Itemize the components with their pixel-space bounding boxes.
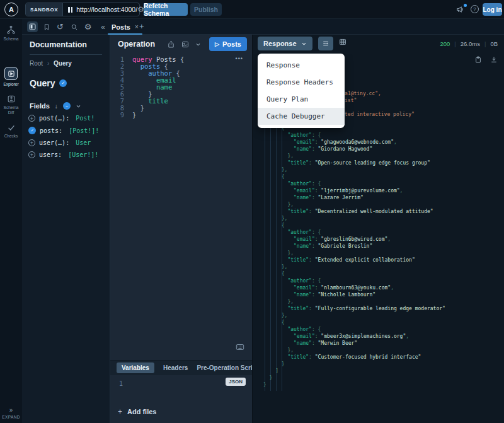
add-field-icon[interactable]: + [28, 115, 35, 122]
json-line: "author": { [253, 326, 504, 333]
add-field-icon[interactable]: + [28, 151, 35, 158]
sandbox-badge: SANDBOX [26, 3, 63, 16]
json-line: }, [253, 166, 504, 173]
json-line: } [253, 361, 504, 368]
json-line: }, [253, 250, 504, 257]
sidebar-item-schema[interactable]: Schema [0, 25, 22, 42]
sort-arrow-icon[interactable]: ↓ [55, 103, 58, 110]
expand-sidebar-button[interactable]: » EXPAND [0, 407, 22, 419]
code-line: 9} [110, 112, 252, 119]
dropdown-item-cache-debugger[interactable]: Cache Debugger [258, 108, 345, 125]
json-line: } [253, 381, 504, 388]
bottom-tab-headers[interactable]: Headers [163, 364, 188, 371]
table-view-icon[interactable] [338, 38, 347, 46]
json-line: }, [253, 298, 504, 305]
json-line: "name": "Giordano Hagwood" [253, 146, 504, 153]
json-line: "author": { [253, 132, 504, 139]
copy-response-icon[interactable] [474, 55, 482, 64]
announcements-icon[interactable] [455, 5, 464, 14]
variables-editor[interactable]: 1 JSON [110, 375, 252, 400]
login-button[interactable]: Log in [483, 3, 502, 16]
json-line: "title": "Extended explicit collaboratio… [253, 257, 504, 264]
response-header: Response 200 | 26.0ms | 0B [253, 35, 504, 54]
search-icon[interactable] [69, 21, 79, 32]
refetch-schema-button[interactable]: Refetch Schema [144, 3, 188, 16]
sidebar-item-explorer[interactable]: Explorer [0, 67, 22, 87]
bottom-tab-pre-operation-script[interactable]: Pre-Operation Script [197, 364, 252, 371]
new-tab-button[interactable]: + [139, 21, 144, 31]
share-operation-icon[interactable] [167, 40, 175, 49]
json-mode-badge[interactable]: JSON [226, 378, 246, 386]
endpoint-url[interactable]: http://localhost:4000/ [76, 6, 137, 13]
collapse-fields-chevron-icon[interactable] [76, 103, 81, 109]
add-files-button[interactable]: + Add files [110, 400, 252, 423]
field-selected-check-icon[interactable]: ✓ [28, 127, 36, 134]
code-line: 3 author { [110, 70, 252, 77]
sidebar-item-schema-diff[interactable]: Schema Diff [0, 95, 22, 115]
operation-panel: Operation ▷ Posts 1query Posts {2 posts … [110, 35, 252, 423]
json-line: "name": "Nicholle Lambourn" [253, 291, 504, 298]
run-operation-button[interactable]: ▷ Posts [209, 37, 247, 51]
field-row-posts[interactable]: ✓ posts:[Post!]! [22, 124, 110, 137]
add-field-icon[interactable]: + [28, 139, 35, 146]
notification-dot [464, 4, 467, 7]
bottom-tab-variables[interactable]: Variables [117, 362, 154, 373]
apollo-logo[interactable]: A [4, 3, 18, 16]
run-options-chevron-icon[interactable] [195, 42, 201, 47]
plus-icon: + [118, 407, 122, 416]
json-line: { [253, 222, 504, 229]
run-history-icon[interactable]: ↺ [55, 21, 66, 32]
code-line: 4 email [110, 77, 252, 84]
tab-posts[interactable]: Posts × [108, 19, 142, 35]
response-view-selector[interactable]: Response [258, 37, 312, 50]
field-row-post[interactable]: + post(…):Post! [22, 112, 110, 124]
download-response-icon[interactable] [490, 55, 498, 64]
variables-line-number: 1 [119, 380, 123, 387]
close-tab-icon[interactable]: × [135, 23, 139, 30]
type-heading: Query [30, 78, 55, 88]
json-line: "author": { [253, 277, 504, 284]
endpoint-url-bar[interactable]: SANDBOX http://localhost:4000/ ⚙ [25, 3, 140, 16]
operation-menu-icon[interactable]: ••• [236, 55, 243, 62]
field-row-users[interactable]: + users:[User!]! [22, 149, 110, 161]
operation-code-editor[interactable]: 1query Posts {2 posts {3 author {4 email… [110, 54, 252, 360]
publish-button[interactable]: Publish [190, 3, 222, 16]
operation-title: Operation [118, 40, 155, 49]
json-line: { [253, 173, 504, 180]
app: { "topbar": { "logo_letter": "A", "sandb… [0, 0, 504, 423]
filter-minus-icon[interactable]: − [63, 102, 71, 110]
breadcrumb-root[interactable]: Root [30, 60, 43, 67]
code-line: 2 posts { [110, 63, 252, 70]
json-line: "name": "Lazare Jerrim" [253, 194, 504, 201]
dropdown-item-query-plan[interactable]: Query Plan [258, 91, 345, 108]
json-line: "email": "gbreslin6b@wired.com", [253, 236, 504, 243]
field-row-user[interactable]: + user(…):User [22, 137, 110, 149]
response-json-viewer[interactable]: {"data": {"posts": [{"author": {a1@tiny.… [253, 54, 504, 423]
operation-bottom-tabs: VariablesHeadersPre-Operation ScriptPost… [110, 360, 252, 375]
json-line: }, [253, 312, 504, 319]
keyboard-shortcuts-icon[interactable] [236, 344, 244, 351]
response-status: 200 | 26.0ms | 0B [440, 40, 498, 47]
pause-polling-icon[interactable] [68, 7, 72, 13]
json-line: { [253, 270, 504, 277]
breadcrumb-chevron-icon: › [47, 60, 49, 67]
dropdown-item-response[interactable]: Response [258, 57, 345, 74]
media-export-icon[interactable] [181, 40, 190, 49]
json-line: "title": "Decentralized well-modulated a… [253, 208, 504, 215]
format-response-icon[interactable] [318, 37, 333, 50]
dropdown-item-response-headers[interactable]: Response Headers [258, 74, 345, 91]
help-icon[interactable]: ? [471, 5, 479, 13]
saved-operations-bookmark-icon[interactable] [41, 21, 52, 32]
breadcrumb-current: Query [54, 60, 72, 67]
documentation-panel-icon[interactable] [27, 21, 38, 32]
schema-diff-icon [0, 95, 22, 103]
collapse-panel-icon[interactable]: « [98, 21, 108, 32]
json-line: "email": "ghagwooda6@webnode.com", [253, 139, 504, 146]
json-line: }, [253, 201, 504, 208]
json-line: "email": "ljerrimbj@purevolume.com", [253, 187, 504, 194]
chevron-down-icon [301, 41, 307, 47]
type-selected-check-icon: ✓ [59, 79, 67, 87]
json-line: "title": "Fully-configurable leading edg… [253, 305, 504, 312]
sidebar-item-checks[interactable]: Checks [0, 123, 22, 139]
explorer-settings-gear-icon[interactable]: ⚙ [83, 21, 93, 32]
